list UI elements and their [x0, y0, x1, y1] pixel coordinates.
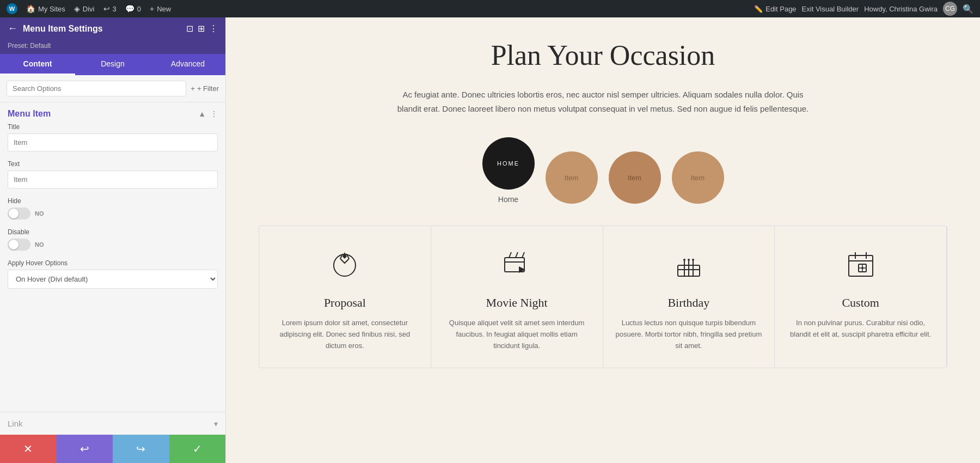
plus-icon: +: [150, 4, 154, 13]
card-birthday: Birthday Luctus lectus non quisque turpi…: [603, 226, 775, 368]
undo-button[interactable]: ↩: [57, 435, 113, 463]
hover-select[interactable]: On Hover (Divi default) Always Never: [8, 270, 218, 289]
disable-label: Disable: [8, 228, 218, 236]
nav-circle-item1: Item: [546, 151, 598, 204]
wp-admin-bar: W 🏠 My Sites ◈ Divi ↩ 3 💬 0 + New ✏️ Edi…: [0, 0, 980, 17]
text-label: Text: [8, 160, 218, 168]
text-field-group: Text: [8, 160, 218, 188]
nav-circle-item2: Item: [609, 151, 661, 204]
howdy-text: Howdy, Christina Gwira: [864, 5, 938, 13]
card-movie-night: Movie Night Quisque aliquet velit sit am…: [431, 226, 603, 368]
card-custom-title: Custom: [786, 296, 935, 310]
search-options-input[interactable]: [7, 81, 186, 96]
tab-design[interactable]: Design: [75, 54, 150, 75]
hover-field-group: Apply Hover Options On Hover (Divi defau…: [8, 259, 218, 289]
link-section-header[interactable]: Link ▾: [8, 419, 218, 428]
edit-page-button[interactable]: ✏️ Edit Page: [754, 5, 796, 13]
more-icon[interactable]: ⋮: [209, 23, 218, 34]
back-icon[interactable]: ←: [8, 23, 17, 34]
card-custom: Custom In non pulvinar purus. Curabitur …: [775, 226, 947, 368]
preset-label[interactable]: Preset: Default: [8, 42, 51, 50]
messages-item[interactable]: 💬 0: [125, 4, 141, 13]
hover-label: Apply Hover Options: [8, 259, 218, 267]
sidebar-panel: ← Menu Item Settings ⊡ ⊞ ⋮ Preset: Defau…: [0, 17, 226, 463]
bubble-icon: 💬: [125, 4, 134, 13]
movie-icon: [442, 248, 592, 285]
ring-icon: [270, 248, 420, 285]
avatar[interactable]: CG: [943, 2, 957, 16]
card-proposal: Proposal Lorem ipsum dolor sit amet, con…: [259, 226, 431, 368]
disable-toggle[interactable]: [8, 239, 30, 251]
edit-icon: ✏️: [754, 5, 763, 13]
link-section-title: Link: [8, 419, 23, 428]
title-label: Title: [8, 123, 218, 131]
svg-point-20: [861, 267, 863, 269]
card-proposal-title: Proposal: [270, 296, 420, 310]
nav-circle-2[interactable]: Item: [609, 151, 661, 204]
hide-toggle-knob: [9, 209, 19, 218]
hide-field-group: Hide NO: [8, 197, 218, 220]
new-item[interactable]: + New: [150, 4, 171, 13]
tab-content[interactable]: Content: [0, 54, 75, 75]
tab-advanced[interactable]: Advanced: [150, 54, 225, 75]
plus-filter-icon: +: [191, 84, 195, 93]
title-input[interactable]: [8, 133, 218, 151]
window-icon[interactable]: ⊡: [186, 23, 193, 34]
section-menu-icon[interactable]: ⋮: [210, 109, 218, 118]
svg-point-10: [683, 259, 685, 261]
cancel-button[interactable]: ✕: [0, 435, 57, 463]
card-birthday-text: Luctus lectus non quisque turpis bibendu…: [614, 318, 764, 351]
refresh-icon: ↩: [103, 4, 110, 13]
nav-circle-home[interactable]: HOME: [482, 137, 535, 190]
search-filter-bar: + + Filter: [0, 75, 225, 102]
text-input[interactable]: [8, 170, 218, 188]
content-wrapper: Plan Your Occasion Ac feugiat ante. Done…: [226, 17, 980, 463]
birthday-icon: [614, 248, 764, 285]
redo-button[interactable]: ↪: [113, 435, 169, 463]
collapse-icon[interactable]: ▲: [198, 109, 206, 118]
filter-button[interactable]: + + Filter: [191, 84, 219, 93]
grid-icon[interactable]: ⊞: [198, 23, 205, 34]
svg-point-12: [692, 259, 694, 261]
card-custom-text: In non pulvinar purus. Curabitur nisi od…: [786, 318, 935, 340]
tab-bar: Content Design Advanced: [0, 54, 225, 75]
hide-toggle[interactable]: [8, 208, 30, 220]
svg-marker-0: [342, 252, 347, 259]
card-movie-text: Quisque aliquet velit sit amet sem inter…: [442, 318, 592, 351]
home-icon: 🏠: [26, 4, 35, 13]
wp-logo-icon[interactable]: W: [7, 3, 17, 14]
page-description: Ac feugiat ante. Donec ultricies loborti…: [396, 88, 810, 115]
cards-container: Proposal Lorem ipsum dolor sit amet, con…: [259, 226, 947, 368]
content-area: Plan Your Occasion Ac feugiat ante. Done…: [226, 17, 980, 463]
nav-circles: HOME Home Item Item Item: [259, 137, 947, 204]
admin-bar-right: ✏️ Edit Page Exit Visual Builder Howdy, …: [754, 2, 973, 16]
section-title: Menu Item: [8, 109, 51, 119]
card-birthday-title: Birthday: [614, 296, 764, 310]
page-title: Plan Your Occasion: [259, 39, 947, 71]
calendar-icon: [786, 248, 935, 285]
nav-circle-1[interactable]: Item: [546, 151, 598, 204]
panel-title: Menu Item Settings: [23, 24, 181, 34]
card-movie-title: Movie Night: [442, 296, 592, 310]
preset-bar: Preset: Default: [0, 40, 225, 54]
exit-visual-builder-button[interactable]: Exit Visual Builder: [802, 5, 859, 13]
link-section: Link ▾: [0, 412, 225, 435]
action-bar: ✕ ↩ ↪ ✓: [0, 435, 225, 463]
disable-toggle-knob: [9, 240, 19, 249]
disable-toggle-label: NO: [35, 241, 44, 248]
disable-field-group: Disable NO: [8, 228, 218, 251]
hide-toggle-label: NO: [35, 210, 44, 217]
header-icons: ⊡ ⊞ ⋮: [186, 23, 218, 34]
search-icon[interactable]: 🔍: [963, 4, 973, 14]
my-sites-item[interactable]: 🏠 My Sites: [26, 4, 65, 13]
sidebar-header: ← Menu Item Settings ⊡ ⊞ ⋮: [0, 17, 225, 40]
nav-circle-3[interactable]: Item: [672, 151, 724, 204]
save-button[interactable]: ✓: [169, 435, 226, 463]
divi-icon: ◈: [74, 4, 80, 13]
hide-label: Hide: [8, 197, 218, 205]
nav-circle-home-item: HOME Home: [482, 137, 535, 204]
divi-item[interactable]: ◈ Divi: [74, 4, 95, 13]
link-chevron-icon: ▾: [214, 419, 218, 428]
hide-toggle-row: NO: [8, 208, 218, 220]
comments-count-item[interactable]: ↩ 3: [103, 4, 117, 13]
